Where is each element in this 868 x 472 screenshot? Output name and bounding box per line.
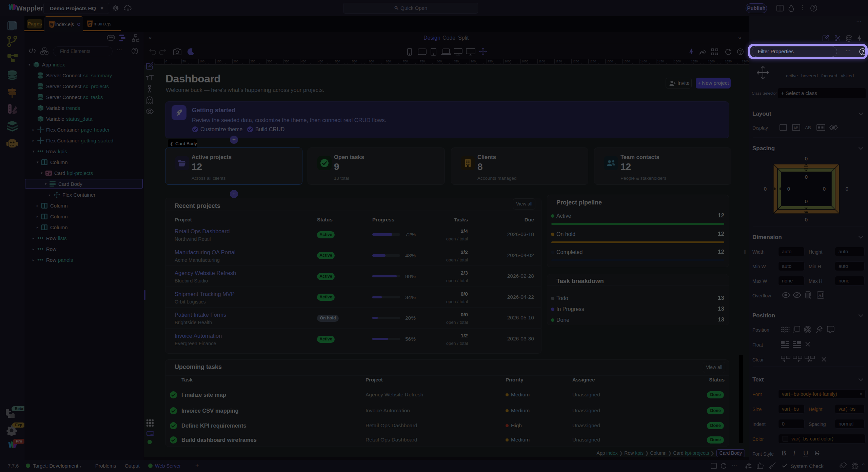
svg-text:AB: AB [794,126,798,130]
svg-text:A: A [818,293,822,298]
